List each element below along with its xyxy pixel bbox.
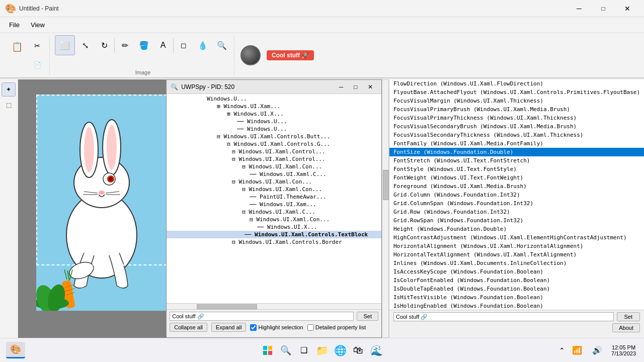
uwpspy-hscroll[interactable] (167, 303, 381, 309)
props-cool-input[interactable] (393, 312, 614, 321)
tree-item[interactable]: ⊟ Windows.UI.Xaml.Controls.G... (167, 140, 381, 148)
tree-item[interactable]: ── Windows.U... (167, 118, 381, 125)
select-btn[interactable]: ⬜ (55, 35, 75, 55)
prop-item[interactable]: FlyoutBase.AttachedFlyout (Windows.UI.Xa… (389, 88, 644, 97)
prop-item[interactable]: FontFamily (Windows.UI.Xaml.Media.FontFa… (389, 139, 644, 148)
prop-item[interactable]: FontSize (Windows.Foundation.Double) (389, 148, 644, 156)
prop-item[interactable]: FocusVisualMargin (Windows.UI.Xaml.Thick… (389, 97, 644, 105)
detailed-property-checkbox[interactable] (307, 324, 314, 331)
prop-item[interactable]: IsDoubleTapEnabled (Windows.Foundation.B… (389, 285, 644, 293)
taskbar-tray[interactable]: ⌃ (559, 346, 565, 354)
copy-btn[interactable]: 📄 (28, 56, 46, 74)
close-btn[interactable]: ✕ (616, 0, 639, 17)
cut-btn[interactable]: ✂ (28, 37, 46, 55)
taskbar-app-paint[interactable]: 🎨 (6, 342, 25, 358)
tree-item-textblock[interactable]: ── Windows.UI.Xaml.Controls.TextBlock (167, 231, 381, 238)
prop-item[interactable]: FontWeight (Windows.UI.Text.FontWeight) (389, 173, 644, 182)
prop-item[interactable]: Grid.RowSpan (Windows.Foundation.Int32) (389, 216, 644, 225)
paste-btn[interactable]: 📋 (7, 37, 27, 57)
cool-stuff-badge[interactable]: Cool stuff 🚀 (267, 50, 314, 60)
rotate-btn[interactable]: ↻ (95, 36, 113, 54)
prop-item[interactable]: Grid.ColumnSpan (Windows.Foundation.Int3… (389, 199, 644, 208)
props-set-btn[interactable]: Set (617, 312, 640, 321)
tool-lasso[interactable]: ⬚ (2, 98, 16, 112)
prop-item[interactable]: Grid.Row (Windows.Foundation.Int32) (389, 208, 644, 216)
prop-item[interactable]: FocusVisualSecondaryBrush (Windows.UI.Xa… (389, 122, 644, 131)
taskbar-network[interactable]: 📶 (569, 342, 585, 358)
start-btn[interactable] (260, 342, 276, 358)
prop-item[interactable]: Inlines (Windows.UI.Xaml.Documents.Inlin… (389, 259, 644, 267)
prop-item[interactable]: FontStretch (Windows.UI.Text.FontStretch… (389, 156, 644, 165)
prop-item[interactable]: FlowDirection (Windows.UI.Xaml.FlowDirec… (389, 79, 644, 88)
prop-item[interactable]: IsHitTestVisible (Windows.Foundation.Boo… (389, 293, 644, 302)
tree-item[interactable]: ── Windows.U... (167, 125, 381, 133)
tree-vscroll-thumb[interactable] (383, 170, 389, 200)
prop-item[interactable]: IsColorFontEnabled (Windows.Foundation.B… (389, 276, 644, 285)
prop-item[interactable]: FontStyle (Windows.UI.Text.FontStyle) (389, 165, 644, 173)
prop-item[interactable]: FocusVisualSecondaryThickness (Windows.U… (389, 131, 644, 139)
pencil-btn[interactable]: ✏ (116, 36, 134, 54)
tree-item[interactable]: ⊟ Windows.UI.Xaml.C... (167, 208, 381, 216)
menu-file[interactable]: File (4, 19, 25, 31)
prop-item[interactable]: HorizontalTextAlignment (Windows.UI.Xaml… (389, 250, 644, 259)
tree-vscroll[interactable] (382, 79, 389, 338)
tree-item[interactable]: ⊟ Windows.UI.Xaml.Control... (167, 148, 381, 155)
uwpspy-min[interactable]: ─ (334, 81, 348, 93)
taskbar-store[interactable]: 🛍 (350, 342, 366, 358)
tree-item[interactable]: ── Windows.UI.Xam... (167, 201, 381, 208)
tree-item[interactable]: ⊟ Windows.UI.Xaml.Con... (167, 178, 381, 186)
taskbar-explorer[interactable]: 📁 (314, 342, 330, 358)
prop-item[interactable]: Foreground (Windows.UI.Xaml.Media.Brush) (389, 182, 644, 191)
collapse-all-btn[interactable]: Collapse all (170, 323, 207, 332)
tree-item[interactable]: ⊟ Windows.UI.Xaml.Controls.Butt... (167, 133, 381, 140)
tree-item[interactable]: ⊟ Windows.UI.Xaml.Con... (167, 163, 381, 170)
about-btn[interactable]: About (612, 323, 640, 332)
taskview-btn[interactable]: ❑ (296, 342, 312, 358)
resize-btn[interactable]: ⤡ (76, 36, 94, 54)
magnify-btn[interactable]: 🔍 (213, 36, 231, 54)
picker-btn[interactable]: 💧 (194, 36, 212, 54)
search-taskbar-btn[interactable]: 🔍 (278, 342, 294, 358)
tree-item-border[interactable]: ⊟ Windows.UI.Xaml.Controls.Border (167, 238, 381, 246)
tree-item[interactable]: ── PaintUI.ThemeAwar... (167, 193, 381, 201)
taskbar-edge[interactable]: 🌐 (332, 342, 348, 358)
prop-item[interactable]: FocusVisualPrimaryThickness (Windows.UI.… (389, 114, 644, 122)
detailed-property-label[interactable]: Detailed property list (307, 324, 366, 331)
uwpspy-cool-input[interactable] (170, 312, 354, 321)
tree-item[interactable]: ⊞ Windows.UI.Xam... (167, 103, 381, 110)
taskbar-other[interactable]: 🌊 (368, 342, 384, 358)
fill-btn[interactable]: 🪣 (135, 36, 153, 54)
uwpspy-hscroll-thumb[interactable] (197, 304, 257, 309)
taskbar-date: 7/13/2023 (611, 350, 636, 356)
prop-item[interactable]: Height (Windows.Foundation.Double) (389, 225, 644, 233)
uwpspy-tree[interactable]: Windows.U... ⊞ Windows.UI.Xam... ⊞ Windo… (167, 94, 381, 303)
minimize-btn[interactable]: ─ (568, 0, 591, 17)
uwpspy-set-btn[interactable]: Set (357, 312, 378, 321)
prop-item[interactable]: FocusVisualPrimaryBrush (Windows.UI.Xaml… (389, 105, 644, 114)
tree-item[interactable]: ── Windows.UI.Xaml.C... (167, 170, 381, 178)
tool-select[interactable]: ✦ (2, 82, 16, 97)
prop-item[interactable]: HighContrastAdjustment (Windows.UI.Xaml.… (389, 233, 644, 242)
uwpspy-close[interactable]: ✕ (363, 81, 377, 93)
prop-item[interactable]: Grid.Column (Windows.Foundation.Int32) (389, 191, 644, 199)
maximize-btn[interactable]: □ (592, 0, 615, 17)
color-circle[interactable] (240, 45, 261, 65)
tree-item[interactable]: ⊟ Windows.UI.Xaml.Control... (167, 155, 381, 163)
taskbar-volume[interactable]: 🔊 (589, 342, 605, 358)
text-btn[interactable]: A (154, 36, 172, 54)
expand-all-btn[interactable]: Expand all (211, 323, 246, 332)
menu-view[interactable]: View (26, 19, 50, 31)
highlight-selection-checkbox[interactable] (250, 324, 257, 331)
prop-item[interactable]: IsAccessKeyScope (Windows.Foundation.Boo… (389, 267, 644, 276)
prop-item[interactable]: IsHoldingEnabled (Windows.Foundation.Boo… (389, 302, 644, 310)
tree-item[interactable]: ── Windows.UI.X... (167, 223, 381, 231)
tree-item[interactable]: Windows.U... (167, 95, 381, 103)
uwpspy-max[interactable]: □ (349, 81, 363, 93)
highlight-selection-label[interactable]: Highlight selection (250, 324, 303, 331)
tree-item[interactable]: ⊟ Windows.UI.Xaml.Con... (167, 216, 381, 223)
props-list[interactable]: FlowDirection (Windows.UI.Xaml.FlowDirec… (389, 79, 644, 310)
tree-item[interactable]: ⊟ Windows.UI.Xaml.Con... (167, 186, 381, 193)
eraser-btn[interactable]: ◻ (175, 36, 193, 54)
tree-item[interactable]: ⊞ Windows.UI.X... (167, 110, 381, 118)
prop-item[interactable]: HorizontalAlignment (Windows.UI.Xaml.Hor… (389, 242, 644, 250)
